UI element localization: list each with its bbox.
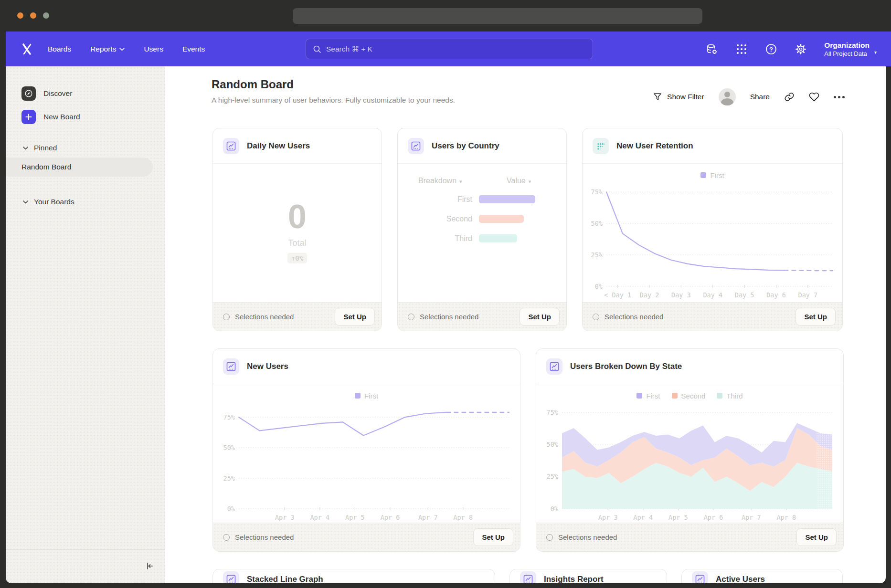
legend-label: First [646, 392, 660, 400]
card-header: New User Retention [583, 128, 842, 164]
compass-icon [21, 86, 36, 101]
share-label: Share [750, 93, 770, 101]
nav-item-reports[interactable]: Reports [90, 45, 125, 53]
svg-text:Apr 4: Apr 4 [633, 514, 653, 521]
svg-text:Day 5: Day 5 [735, 291, 754, 299]
country-bar [479, 234, 517, 242]
set-up-button[interactable]: Set Up [335, 308, 375, 326]
country-row-label: First [398, 195, 479, 204]
settings-gear-icon[interactable] [795, 43, 807, 55]
traffic-light-zoom[interactable] [43, 12, 49, 19]
svg-text:Day 6: Day 6 [766, 291, 786, 299]
card-header: New Users [213, 349, 520, 384]
sidebar-section-your-boards[interactable]: Your Boards [6, 195, 165, 209]
set-up-button[interactable]: Set Up [796, 308, 836, 326]
copy-link-button[interactable] [784, 92, 795, 102]
chevron-down-icon [23, 200, 28, 204]
status-text: Selections needed [558, 533, 617, 541]
legend-item[interactable]: Second [672, 390, 706, 401]
status-circle-icon [546, 534, 553, 541]
favorite-button[interactable] [809, 92, 819, 102]
sidebar-label-random-board: Random Board [21, 163, 71, 171]
nav-item-users[interactable]: Users [144, 45, 163, 53]
svg-text:Day 2: Day 2 [640, 291, 659, 299]
traffic-light-minimize[interactable] [30, 12, 36, 19]
svg-text:50%: 50% [591, 220, 603, 227]
svg-text:< Day 1: < Day 1 [604, 291, 631, 299]
legend-item[interactable]: First [355, 390, 378, 401]
status-text: Selections needed [235, 313, 294, 321]
country-row: Third [398, 234, 566, 242]
nav-item-label: Events [182, 45, 205, 53]
card-title: Users Broken Down By State [570, 362, 682, 371]
chart-legend: FirstSecondThird [536, 384, 843, 401]
status-circle-icon [223, 534, 230, 541]
nav-menu: BoardsReportsUsersEvents [48, 45, 205, 53]
avatar[interactable] [719, 88, 736, 105]
status-circle-icon [223, 314, 230, 320]
data-management-icon[interactable] [706, 43, 718, 55]
value-dropdown[interactable]: Value▾ [507, 177, 531, 185]
sidebar-item-random-board[interactable]: Random Board [6, 158, 153, 177]
svg-text:75%: 75% [223, 413, 234, 421]
search-icon [313, 45, 321, 53]
set-up-button[interactable]: Set Up [520, 308, 560, 326]
card-footer: Selections needed Set Up [536, 523, 843, 551]
sidebar-section-pinned[interactable]: Pinned [6, 141, 165, 155]
country-row: Second [398, 215, 566, 223]
help-icon[interactable]: ? [765, 43, 777, 55]
line-chart-icon [408, 138, 424, 154]
card-new-users: New Users First 75%50%25%0%Apr 3Apr 4Apr… [212, 348, 520, 552]
country-row: First [398, 195, 566, 203]
svg-text:Apr 7: Apr 7 [418, 514, 437, 521]
traffic-light-close[interactable] [17, 12, 23, 19]
svg-text:Apr 8: Apr 8 [453, 514, 473, 521]
set-up-button[interactable]: Set Up [796, 528, 837, 546]
nav-item-boards[interactable]: Boards [48, 45, 71, 53]
cards-row-2: New Users First 75%50%25%0%Apr 3Apr 4Apr… [212, 348, 844, 552]
card-header: Stacked Line Graph [213, 569, 495, 583]
search-input[interactable]: Search ⌘ + K [306, 39, 593, 59]
apps-grid-icon[interactable] [735, 43, 748, 55]
svg-text:75%: 75% [546, 409, 558, 416]
more-options-button[interactable] [834, 96, 845, 98]
svg-text:25%: 25% [223, 474, 234, 482]
sidebar-item-discover[interactable]: Discover [6, 84, 165, 103]
card-daily-new-users: Daily New Users 0 Total ↑0% Selections n… [212, 128, 382, 331]
legend-item[interactable]: First [700, 170, 724, 180]
show-filter-button[interactable]: Show Filter [653, 92, 704, 102]
nav-item-label: Boards [48, 45, 71, 53]
legend-label: First [710, 171, 724, 179]
svg-text:Apr 5: Apr 5 [668, 514, 688, 521]
card-insights-report: Insights Report [509, 569, 667, 583]
cards-row-3: Stacked Line Graph Insights Report [212, 569, 843, 583]
sidebar-label-discover: Discover [43, 89, 72, 98]
card-users-by-state: Users Broken Down By State FirstSecondTh… [536, 348, 844, 552]
sidebar-label-new-board: New Board [43, 113, 80, 121]
chevron-down-icon [23, 147, 28, 150]
card-footer: Selections needed Set Up [398, 302, 566, 331]
org-switcher[interactable]: Organization All Project Data ▾ [824, 41, 877, 58]
svg-text:75%: 75% [591, 188, 603, 196]
url-bar[interactable] [293, 8, 702, 24]
legend-item[interactable]: Third [717, 390, 742, 401]
legend-swatch [672, 393, 678, 399]
mixpanel-logo-icon[interactable] [20, 42, 34, 56]
sidebar-item-new-board[interactable]: New Board [6, 107, 165, 126]
country-bar [479, 215, 524, 223]
legend-item[interactable]: First [636, 390, 660, 401]
card-stacked-line-graph: Stacked Line Graph [212, 569, 495, 583]
breakdown-dropdown[interactable]: Breakdown▾ [418, 177, 462, 185]
card-title: Daily New Users [247, 141, 310, 151]
svg-text:50%: 50% [223, 444, 234, 452]
link-icon [784, 92, 795, 102]
set-up-button[interactable]: Set Up [473, 528, 513, 546]
card-body: First 75%50%25%0%< Day 1Day 2Day 3Day 4D… [583, 164, 842, 302]
svg-text:50%: 50% [546, 441, 558, 448]
collapse-sidebar-icon[interactable] [145, 561, 154, 573]
svg-text:Apr 6: Apr 6 [703, 514, 723, 521]
legend-swatch [717, 393, 722, 399]
share-button[interactable]: Share [750, 93, 770, 101]
nav-item-events[interactable]: Events [182, 45, 205, 53]
svg-text:Apr 3: Apr 3 [598, 514, 617, 521]
